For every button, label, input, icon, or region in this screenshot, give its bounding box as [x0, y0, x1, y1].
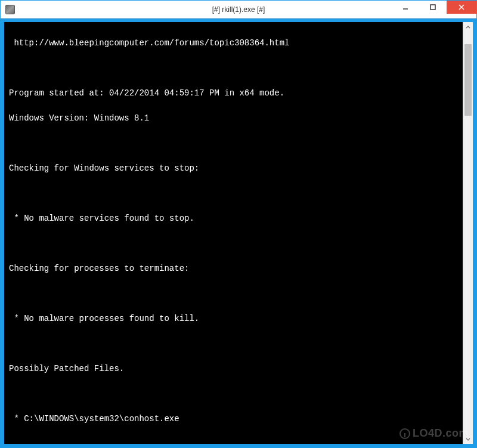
- scroll-track[interactable]: [463, 32, 473, 434]
- console-line: [9, 338, 458, 350]
- console-line: [9, 237, 458, 250]
- console-line: [9, 288, 458, 300]
- svg-rect-1: [430, 5, 435, 10]
- app-icon: [5, 5, 15, 14]
- console-line: * No malware processes found to kill.: [9, 313, 458, 325]
- console-line: Possibly Patched Files.: [9, 363, 458, 375]
- titlebar[interactable]: [#] rkill(1).exe [#]: [1, 1, 476, 18]
- console-area: http://www.bleepingcomputer.com/forums/t…: [1, 18, 476, 447]
- application-window: [#] rkill(1).exe [#] http://www.bleeping…: [0, 0, 477, 448]
- maximize-button[interactable]: [419, 1, 447, 14]
- minimize-button[interactable]: [392, 1, 419, 14]
- console-line: [9, 62, 458, 75]
- console-line: * C:\WINDOWS\system32\conhost.exe: [9, 413, 458, 425]
- chevron-down-icon: [466, 437, 470, 441]
- console-line: [9, 388, 458, 400]
- console-wrapper: http://www.bleepingcomputer.com/forums/t…: [4, 22, 473, 444]
- console-output[interactable]: http://www.bleepingcomputer.com/forums/t…: [4, 22, 463, 444]
- chevron-up-icon: [466, 25, 470, 30]
- console-line: Windows Version: Windows 8.1: [9, 112, 458, 125]
- maximize-icon: [429, 4, 436, 11]
- window-title: [#] rkill(1).exe [#]: [212, 5, 265, 14]
- scroll-down-button[interactable]: [463, 434, 473, 444]
- console-line: Checking for Windows services to stop:: [9, 162, 458, 175]
- close-icon: [458, 4, 465, 11]
- console-line: [9, 187, 458, 200]
- console-line: Program started at: 04/22/2014 04:59:17 …: [9, 87, 458, 100]
- console-line: [9, 137, 458, 150]
- console-line: Checking for processes to terminate:: [9, 262, 458, 275]
- close-button[interactable]: [447, 1, 476, 14]
- scroll-thumb[interactable]: [464, 44, 472, 116]
- vertical-scrollbar[interactable]: [463, 22, 473, 444]
- console-line: * No malware services found to stop.: [9, 212, 458, 225]
- minimize-icon: [402, 4, 409, 11]
- window-controls: [392, 1, 476, 14]
- scroll-up-button[interactable]: [463, 22, 473, 32]
- console-line: http://www.bleepingcomputer.com/forums/t…: [9, 37, 458, 50]
- console-line: [9, 438, 458, 444]
